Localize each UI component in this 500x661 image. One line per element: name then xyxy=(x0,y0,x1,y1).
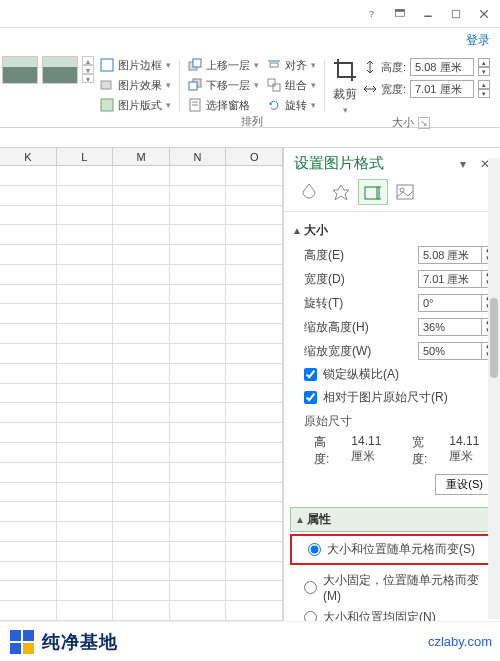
vertical-scrollbar[interactable] xyxy=(488,158,500,619)
col-header[interactable]: N xyxy=(170,148,227,165)
grid-row[interactable] xyxy=(0,522,283,542)
ribbon-group-label-size: 大小↘ xyxy=(331,115,490,132)
size-launcher-button[interactable]: ↘ xyxy=(418,117,430,129)
grid-row[interactable] xyxy=(0,364,283,384)
scroll-thumb[interactable] xyxy=(490,298,498,378)
ribbon-options-button[interactable] xyxy=(388,4,412,24)
svg-point-30 xyxy=(400,188,404,192)
picture-style-item[interactable] xyxy=(42,56,78,84)
format-picture-pane: 设置图片格式 ▾ ✕ 大小 高度(E)5.08 厘米▴▾ 宽度(D)7.01 厘… xyxy=(284,148,500,621)
grid-row[interactable] xyxy=(0,245,283,265)
width-field[interactable]: 7.01 厘米▴▾ xyxy=(418,270,494,288)
width-spin: 宽度: 7.01 厘米 ▴▾ xyxy=(363,80,490,98)
logo-icon xyxy=(8,628,36,656)
height-field[interactable]: 5.08 厘米▴▾ xyxy=(418,246,494,264)
bring-forward-button[interactable]: 上移一层▾ xyxy=(186,56,261,74)
grid-row[interactable] xyxy=(0,384,283,404)
svg-rect-33 xyxy=(10,643,21,654)
grid-row[interactable] xyxy=(0,265,283,285)
maximize-button[interactable] xyxy=(444,4,468,24)
grid-row[interactable] xyxy=(0,483,283,503)
grid-row[interactable] xyxy=(0,403,283,423)
close-button[interactable] xyxy=(472,4,496,24)
tab-fill-line[interactable] xyxy=(294,179,324,205)
send-backward-icon xyxy=(188,78,202,92)
relative-original-checkbox[interactable]: 相对于图片原始尺寸(R) xyxy=(290,386,494,409)
spreadsheet-grid[interactable]: K L M N O xyxy=(0,148,284,621)
spin-up[interactable]: ▴ xyxy=(478,58,490,67)
grid-row[interactable] xyxy=(0,542,283,562)
tab-size-properties[interactable] xyxy=(358,179,388,205)
original-size-heading: 原始尺寸 xyxy=(290,409,494,432)
tab-effects[interactable] xyxy=(326,179,356,205)
align-button[interactable]: 对齐▾ xyxy=(265,56,318,74)
grid-row[interactable] xyxy=(0,304,283,324)
grid-row[interactable] xyxy=(0,285,283,305)
svg-rect-3 xyxy=(424,15,432,17)
grid-row[interactable] xyxy=(0,581,283,601)
height-input[interactable]: 5.08 厘米 xyxy=(410,58,474,76)
pane-dropdown-button[interactable]: ▾ xyxy=(454,155,472,173)
lock-aspect-checkbox[interactable]: 锁定纵横比(A) xyxy=(290,363,494,386)
brand-url: czlaby.com xyxy=(428,634,492,649)
height-icon xyxy=(363,60,377,74)
grid-row[interactable] xyxy=(0,601,283,621)
grid-row[interactable] xyxy=(0,423,283,443)
crop-button[interactable]: 裁剪 ▾ xyxy=(331,56,359,115)
move-size-radio[interactable]: 大小和位置随单元格而变(S) xyxy=(294,538,490,561)
group-icon xyxy=(267,78,281,92)
section-properties-header[interactable]: 属性 xyxy=(290,507,494,532)
grid-row[interactable] xyxy=(0,186,283,206)
col-header[interactable]: O xyxy=(226,148,283,165)
scale-height-field[interactable]: 36%▴▾ xyxy=(418,318,494,336)
grid-row[interactable] xyxy=(0,562,283,582)
minimize-button[interactable] xyxy=(416,4,440,24)
picture-style-item[interactable] xyxy=(2,56,38,84)
rotate-icon xyxy=(267,98,281,112)
section-size-header[interactable]: 大小 xyxy=(290,218,494,243)
reset-button[interactable]: 重设(S) xyxy=(435,474,494,495)
sign-in-link[interactable]: 登录 xyxy=(0,28,500,52)
col-header[interactable]: K xyxy=(0,148,57,165)
grid-row[interactable] xyxy=(0,443,283,463)
height-label: 高度(E) xyxy=(304,247,414,264)
grid-row[interactable] xyxy=(0,502,283,522)
grid-row[interactable] xyxy=(0,463,283,483)
spin-down[interactable]: ▾ xyxy=(478,67,490,76)
rotation-field[interactable]: 0°▴▾ xyxy=(418,294,494,312)
group-button[interactable]: 组合▾ xyxy=(265,76,318,94)
grid-row[interactable] xyxy=(0,206,283,226)
grid-row[interactable] xyxy=(0,324,283,344)
picture-effects-button[interactable]: 图片效果▾ xyxy=(98,76,173,94)
grid-row[interactable] xyxy=(0,344,283,364)
svg-rect-7 xyxy=(101,59,113,71)
grid-row[interactable] xyxy=(0,166,283,186)
spin-up[interactable]: ▴ xyxy=(478,80,490,89)
tab-picture[interactable] xyxy=(390,179,420,205)
gallery-more-button[interactable]: ▾ xyxy=(82,74,94,83)
col-header[interactable]: M xyxy=(113,148,170,165)
dont-move-size-radio[interactable]: 大小和位置均固定(N) xyxy=(290,606,494,621)
pane-tab-row xyxy=(284,179,500,212)
help-button[interactable]: ? xyxy=(360,4,384,24)
gallery-down-button[interactable]: ▾ xyxy=(82,65,94,74)
selection-pane-button[interactable]: 选择窗格 xyxy=(186,96,261,114)
window-titlebar: ? xyxy=(0,0,500,28)
send-backward-button[interactable]: 下移一层▾ xyxy=(186,76,261,94)
gallery-up-button[interactable]: ▴ xyxy=(82,56,94,65)
width-label: 宽度(D) xyxy=(304,271,414,288)
spin-down[interactable]: ▾ xyxy=(478,89,490,98)
move-not-size-radio[interactable]: 大小固定，位置随单元格而变(M) xyxy=(290,569,494,606)
scale-width-field[interactable]: 50%▴▾ xyxy=(418,342,494,360)
ribbon: ▴ ▾ ▾ 图片边框▾ 图片效果▾ 图片版式▾ 上移一层▾ 下移一层▾ 选择窗格… xyxy=(0,52,500,128)
grid-row[interactable] xyxy=(0,225,283,245)
width-input[interactable]: 7.01 厘米 xyxy=(410,80,474,98)
col-header[interactable]: L xyxy=(57,148,114,165)
picture-border-button[interactable]: 图片边框▾ xyxy=(98,56,173,74)
svg-rect-13 xyxy=(189,82,197,90)
picture-layout-button[interactable]: 图片版式▾ xyxy=(98,96,173,114)
rotate-button[interactable]: 旋转▾ xyxy=(265,96,318,114)
svg-rect-34 xyxy=(23,643,34,654)
align-icon xyxy=(267,58,281,72)
svg-rect-8 xyxy=(101,81,111,89)
